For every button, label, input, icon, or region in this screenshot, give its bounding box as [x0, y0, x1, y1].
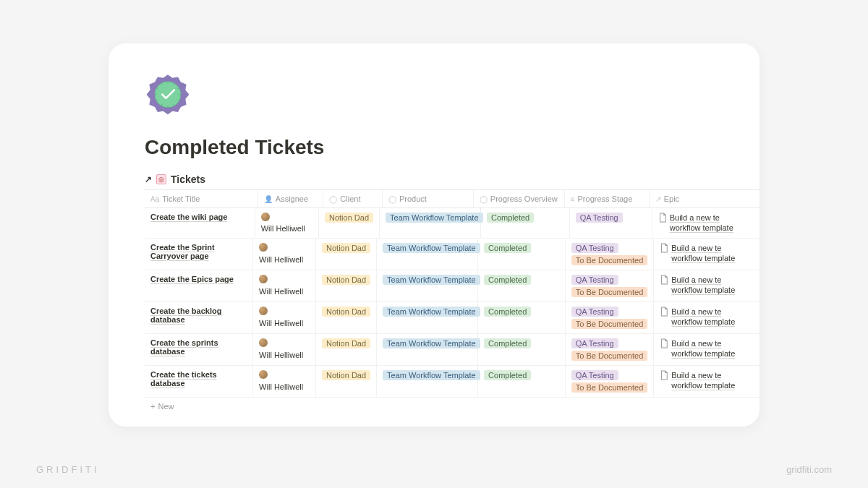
cell-stage[interactable]: QA TestingTo Be Documented — [566, 270, 655, 301]
cell-client[interactable]: Notion Dad — [316, 334, 377, 365]
page-icon — [660, 243, 668, 253]
assignee-name: Will Helliwell — [259, 319, 303, 328]
new-row-button[interactable]: + New — [145, 398, 760, 415]
ticket-title-link[interactable]: Create the Epics page — [150, 275, 234, 283]
cell-stage[interactable]: QA TestingTo Be Documented — [566, 334, 655, 365]
table-row[interactable]: Create the sprints database Will Helliwe… — [145, 334, 760, 366]
progress-tag: Completed — [484, 370, 531, 380]
watermark-url: gridfiti.com — [786, 464, 832, 475]
progress-tag: Completed — [484, 307, 531, 317]
cell-progress[interactable]: Completed — [478, 366, 566, 397]
cell-title[interactable]: Create the Sprint Carryover page — [145, 239, 253, 270]
cell-client[interactable]: Notion Dad — [316, 302, 377, 333]
stage-tag: To Be Documented — [571, 287, 648, 297]
product-tag: Team Workflow Template — [383, 338, 480, 348]
person-type-icon: 👤 — [264, 195, 273, 203]
cell-assignee[interactable]: Will Helliwell — [253, 302, 316, 333]
column-header-stage[interactable]: ≡Progress Stage — [565, 190, 650, 207]
cell-progress[interactable]: Completed — [481, 208, 570, 238]
column-header-product[interactable]: ◯Product — [383, 190, 474, 207]
cell-epic[interactable]: Build a new teworkflow template — [654, 366, 760, 397]
assignee-name: Will Helliwell — [261, 224, 305, 233]
cell-stage[interactable]: QA TestingTo Be Documented — [566, 239, 655, 270]
page-icon — [660, 307, 668, 317]
linked-database-name: Tickets — [171, 174, 205, 185]
cell-assignee[interactable]: Will Helliwell — [253, 270, 316, 301]
cell-stage[interactable]: QA TestingTo Be Documented — [566, 366, 655, 397]
epic-link[interactable]: Build a new teworkflow template — [670, 213, 733, 234]
product-tag: Team Workflow Template — [383, 307, 480, 317]
cell-epic[interactable]: Build a new teworkflow template — [654, 302, 760, 333]
page-icon — [658, 213, 667, 223]
cell-title[interactable]: Create the tickets database — [145, 366, 253, 397]
stage-tag: To Be Documented — [571, 255, 648, 265]
page-icon — [660, 338, 668, 348]
select-type-icon: ◯ — [388, 195, 396, 203]
cell-stage[interactable]: QA TestingTo Be Documented — [566, 302, 655, 333]
linked-database-header[interactable]: ↗ ◎ Tickets — [145, 174, 760, 185]
stage-tag: QA Testing — [571, 243, 618, 253]
epic-link[interactable]: Build a new teworkflow template — [671, 243, 735, 264]
tickets-page-icon: ◎ — [156, 174, 166, 184]
cell-progress[interactable]: Completed — [478, 334, 566, 365]
cell-client[interactable]: Notion Dad — [316, 366, 377, 397]
avatar — [259, 275, 268, 283]
cell-assignee[interactable]: Will Helliwell — [253, 366, 316, 397]
cell-title[interactable]: Create the sprints database — [145, 334, 253, 365]
cell-progress[interactable]: Completed — [478, 302, 566, 333]
assignee-name: Will Helliwell — [259, 287, 303, 296]
ticket-title-link[interactable]: Create the tickets database — [150, 370, 247, 388]
cell-client[interactable]: Notion Dad — [316, 239, 377, 270]
cell-product[interactable]: Team Workflow Template — [377, 270, 478, 301]
table-header-row: AaTicket Title 👤Assignee ◯Client ◯Produc… — [145, 189, 760, 208]
assignee-name: Will Helliwell — [259, 255, 303, 264]
cell-epic[interactable]: Build a new teworkflow template — [652, 208, 760, 238]
table-row[interactable]: Create the wiki page Will Helliwell Noti… — [145, 208, 760, 239]
cell-progress[interactable]: Completed — [478, 239, 566, 270]
cell-assignee[interactable]: Will Helliwell — [253, 334, 316, 365]
avatar — [261, 213, 270, 221]
column-header-epic[interactable]: ↗Epic — [650, 190, 760, 207]
epic-link[interactable]: Build a new teworkflow template — [671, 307, 735, 328]
client-tag: Notion Dad — [322, 307, 370, 317]
ticket-title-link[interactable]: Create the Sprint Carryover page — [150, 243, 247, 260]
cell-title[interactable]: Create the wiki page — [145, 208, 255, 238]
table-row[interactable]: Create the Sprint Carryover page Will He… — [145, 239, 760, 270]
cell-progress[interactable]: Completed — [478, 270, 566, 301]
cell-client[interactable]: Notion Dad — [319, 208, 380, 238]
cell-title[interactable]: Create the Epics page — [145, 270, 253, 301]
column-header-title[interactable]: AaTicket Title — [145, 190, 258, 207]
stage-tag: QA Testing — [576, 213, 623, 223]
ticket-title-link[interactable]: Create the backlog database — [150, 307, 247, 324]
cell-title[interactable]: Create the backlog database — [145, 302, 253, 333]
page-icon — [660, 275, 668, 285]
ticket-title-link[interactable]: Create the wiki page — [150, 213, 227, 221]
product-tag: Team Workflow Template — [383, 275, 480, 285]
cell-product[interactable]: Team Workflow Template — [377, 302, 478, 333]
cell-client[interactable]: Notion Dad — [316, 270, 377, 301]
cell-product[interactable]: Team Workflow Template — [377, 366, 478, 397]
column-header-assignee[interactable]: 👤Assignee — [258, 190, 323, 207]
table-row[interactable]: Create the backlog database Will Helliwe… — [145, 302, 760, 334]
epic-link[interactable]: Build a new teworkflow template — [671, 275, 735, 296]
cell-product[interactable]: Team Workflow Template — [377, 334, 478, 365]
cell-epic[interactable]: Build a new teworkflow template — [654, 334, 760, 365]
stage-tag: QA Testing — [571, 370, 618, 380]
table-row[interactable]: Create the tickets database Will Helliwe… — [145, 366, 760, 398]
cell-epic[interactable]: Build a new teworkflow template — [654, 239, 760, 270]
cell-epic[interactable]: Build a new teworkflow template — [654, 270, 760, 301]
ticket-title-link[interactable]: Create the sprints database — [150, 338, 247, 356]
product-tag: Team Workflow Template — [383, 370, 480, 380]
epic-link[interactable]: Build a new teworkflow template — [671, 338, 735, 359]
table-row[interactable]: Create the Epics page Will Helliwell Not… — [145, 270, 760, 302]
cell-product[interactable]: Team Workflow Template — [377, 239, 478, 270]
epic-link[interactable]: Build a new teworkflow template — [671, 370, 735, 391]
cell-assignee[interactable]: Will Helliwell — [253, 239, 316, 270]
cell-stage[interactable]: QA Testing — [570, 208, 652, 238]
column-header-client[interactable]: ◯Client — [323, 190, 383, 207]
cell-product[interactable]: Team Workflow Template — [380, 208, 481, 238]
cell-assignee[interactable]: Will Helliwell — [255, 208, 319, 238]
column-header-progress[interactable]: ◯Progress Overview — [474, 190, 565, 207]
client-tag: Notion Dad — [322, 370, 370, 380]
avatar — [259, 243, 268, 252]
